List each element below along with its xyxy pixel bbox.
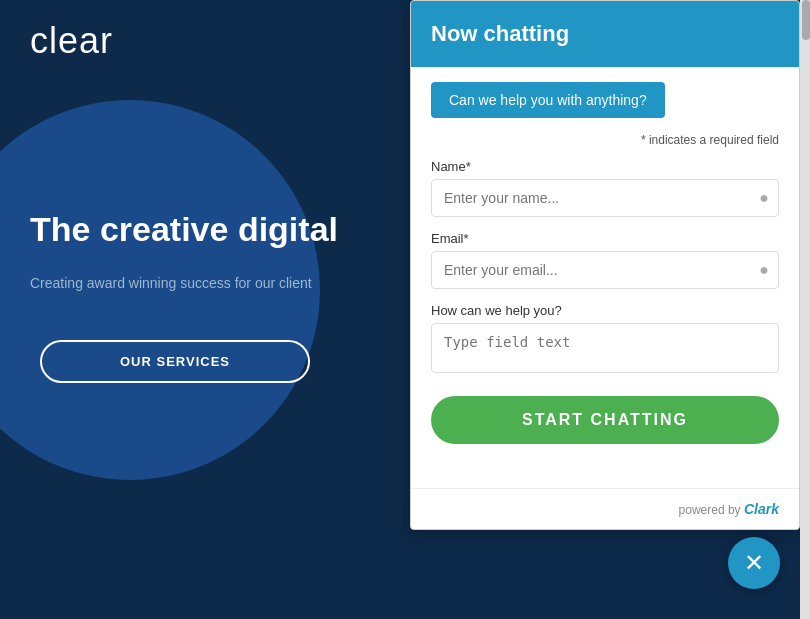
close-icon: ✕: [744, 551, 764, 575]
start-chatting-button[interactable]: START CHATTING: [431, 396, 779, 444]
email-label: Email*: [431, 231, 779, 246]
chat-header-title: Now chatting: [431, 21, 569, 46]
powered-by-section: powered by Clark: [411, 488, 799, 529]
scrollbar[interactable]: [800, 0, 810, 619]
email-clear-icon[interactable]: ●: [759, 261, 769, 279]
site-headline: The creative digital: [30, 210, 338, 249]
chat-header: Now chatting: [411, 1, 799, 67]
message-textarea[interactable]: [431, 323, 779, 373]
our-services-button[interactable]: OUR SERVICES: [40, 340, 310, 383]
message-label: How can we help you?: [431, 303, 779, 318]
name-input[interactable]: [431, 179, 779, 217]
chat-form: * indicates a required field Name* ● Ema…: [411, 133, 799, 488]
name-field-group: Name* ●: [431, 159, 779, 217]
powered-by-brand: Clark: [744, 501, 779, 517]
email-input[interactable]: [431, 251, 779, 289]
scroll-thumb[interactable]: [802, 0, 810, 40]
name-clear-icon[interactable]: ●: [759, 189, 769, 207]
chat-widget: Now chatting Can we help you with anythi…: [410, 0, 800, 530]
powered-by-text: powered by: [679, 503, 741, 517]
message-field-group: How can we help you?: [431, 303, 779, 377]
email-field-group: Email* ●: [431, 231, 779, 289]
required-note: * indicates a required field: [431, 133, 779, 147]
chat-help-button[interactable]: Can we help you with anything?: [431, 82, 665, 118]
email-input-wrapper: ●: [431, 251, 779, 289]
site-subtext: Creating award winning success for our c…: [30, 275, 312, 291]
name-label: Name*: [431, 159, 779, 174]
name-input-wrapper: ●: [431, 179, 779, 217]
chat-close-button[interactable]: ✕: [728, 537, 780, 589]
site-logo: clear: [30, 20, 113, 62]
